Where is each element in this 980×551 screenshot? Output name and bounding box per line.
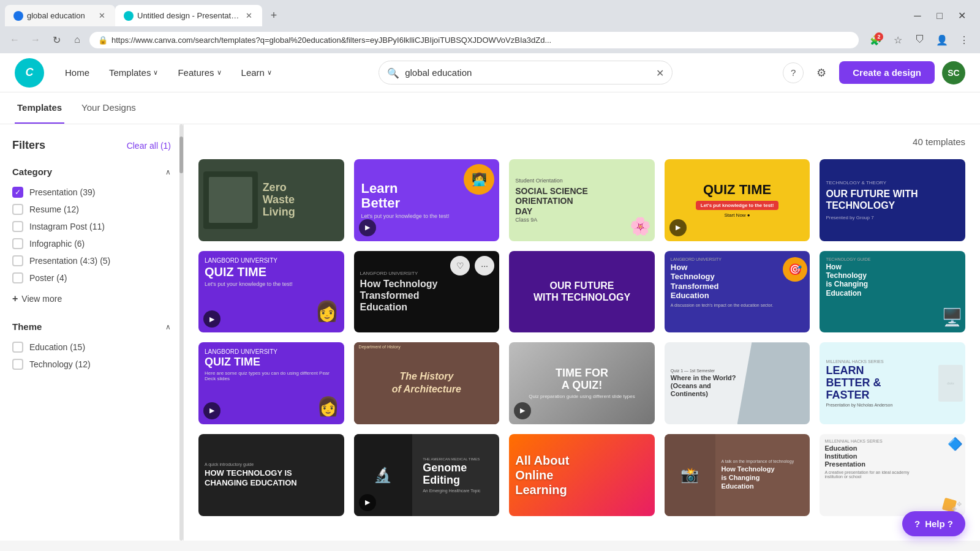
minimize-button[interactable]: ─ <box>909 7 926 24</box>
template-card-17[interactable]: 🔬 The American Medical Times GenomeEditi… <box>354 434 500 516</box>
browser-tab-2[interactable]: Untitled design - Presentation (1 ✕ <box>115 5 262 26</box>
checkbox-resume[interactable] <box>12 204 23 215</box>
card-4-heart[interactable]: ♡ <box>761 164 780 184</box>
card-15-more[interactable]: ··· <box>941 347 960 367</box>
card-2-heart[interactable]: ♡ <box>450 164 470 184</box>
template-card-4[interactable]: QUIZ TIME Let's put knowledge to the tes… <box>665 159 810 241</box>
filter-item-technology[interactable]: Technology (12) <box>12 359 171 370</box>
template-card-8[interactable]: OUR FUTUREWITH TECHNOLOGY ♡ ··· <box>509 251 655 333</box>
card-17-more[interactable]: ··· <box>475 439 494 459</box>
filter-item-resume[interactable]: Resume (12) <box>12 204 171 215</box>
card-2-more[interactable]: ··· <box>475 164 494 184</box>
card-19-more[interactable]: ··· <box>785 439 805 459</box>
refresh-button[interactable]: ↻ <box>48 31 65 48</box>
filter-item-presentation-43[interactable]: Presentation (4:3) (5) <box>12 255 171 266</box>
card-1-heart[interactable]: ♡ <box>295 164 315 184</box>
card-10-heart[interactable]: ♡ <box>916 256 936 276</box>
star-button[interactable]: ☆ <box>888 30 908 50</box>
profile-button[interactable]: 👤 <box>932 30 952 50</box>
close-button[interactable]: ✕ <box>953 7 970 24</box>
card-16-more[interactable]: ··· <box>320 439 339 459</box>
help-float-button[interactable]: ? Help ? <box>902 511 965 536</box>
card-5-heart[interactable]: ♡ <box>916 164 936 184</box>
home-button[interactable]: ⌂ <box>69 31 86 48</box>
tab-templates[interactable]: Templates <box>15 92 64 124</box>
card-9-more[interactable]: ··· <box>785 256 805 276</box>
canva-logo[interactable]: C <box>15 58 44 88</box>
bookmark-button[interactable]: ⛉ <box>910 30 930 50</box>
tab-2-close[interactable]: ✕ <box>244 10 254 21</box>
card-14-heart[interactable]: ♡ <box>761 347 780 367</box>
filter-item-poster[interactable]: Poster (4) <box>12 272 171 283</box>
theme-section-header[interactable]: Theme ∧ <box>12 319 171 334</box>
card-18-heart[interactable]: ♡ <box>606 439 625 459</box>
card-10-more[interactable]: ··· <box>941 256 960 276</box>
sidebar-scrollbar[interactable] <box>179 124 183 541</box>
search-clear-icon[interactable]: ✕ <box>656 67 664 78</box>
settings-button[interactable]: ⚙ <box>811 62 832 83</box>
template-card-7[interactable]: LANGFORD UNIVERSITY How TechnologyTransf… <box>354 251 500 333</box>
tab-1-close[interactable]: ✕ <box>97 10 107 21</box>
extensions-button[interactable]: 🧩 2 <box>866 30 886 50</box>
card-5-more[interactable]: ··· <box>941 164 960 184</box>
checkbox-instagram[interactable] <box>12 221 23 232</box>
template-card-3[interactable]: Student Orientation Social ScienceOrient… <box>509 159 655 241</box>
card-11-heart[interactable]: ♡ <box>295 347 315 367</box>
card-8-heart[interactable]: ♡ <box>606 256 625 276</box>
filter-item-instagram[interactable]: Instagram Post (11) <box>12 221 171 232</box>
checkbox-poster[interactable] <box>12 272 23 283</box>
checkbox-presentation[interactable] <box>12 187 23 198</box>
user-avatar[interactable]: SC <box>942 61 965 84</box>
template-card-1[interactable]: ZeroWasteLiving ♡ ··· <box>198 159 344 241</box>
template-card-9[interactable]: LANGBORD UNIVERSITY HowTechnologyTransfo… <box>665 251 810 333</box>
template-card-13[interactable]: TIME FORA QUIZ! Quiz preparation guide u… <box>509 342 655 424</box>
forward-button[interactable]: → <box>27 31 44 48</box>
card-7-more[interactable]: ··· <box>475 256 494 276</box>
search-input[interactable] <box>379 61 673 84</box>
view-more-button[interactable]: + View more <box>12 290 171 304</box>
card-7-heart[interactable]: ♡ <box>450 256 470 276</box>
template-card-19[interactable]: 📸 A talk on the importance of technology… <box>665 434 810 516</box>
back-button[interactable]: ← <box>6 31 23 48</box>
address-bar[interactable]: 🔒 https://www.canva.com/search/templates… <box>89 32 859 48</box>
card-13-more[interactable]: ··· <box>630 347 650 367</box>
browser-tab-1[interactable]: global education ✕ <box>5 5 115 26</box>
card-1-more[interactable]: ··· <box>320 164 339 184</box>
card-6-heart[interactable]: ♡ <box>295 256 315 276</box>
template-card-20[interactable]: Millennial Hacks Series EducationInstitu… <box>820 434 965 516</box>
card-19-heart[interactable]: ♡ <box>761 439 780 459</box>
checkbox-technology[interactable] <box>12 359 23 370</box>
filter-item-education[interactable]: Education (15) <box>12 342 171 353</box>
checkbox-presentation-43[interactable] <box>12 255 23 266</box>
card-4-more[interactable]: ··· <box>785 164 805 184</box>
clear-all-button[interactable]: Clear all (1) <box>127 141 171 151</box>
card-3-more[interactable]: ··· <box>630 164 650 184</box>
maximize-button[interactable]: □ <box>931 7 948 24</box>
card-16-heart[interactable]: ♡ <box>295 439 315 459</box>
checkbox-infographic[interactable] <box>12 238 23 249</box>
help-button[interactable]: ? <box>783 62 804 83</box>
nav-home[interactable]: Home <box>56 62 98 83</box>
template-card-2[interactable]: LearnBetter Let's put your knowledge to … <box>354 159 500 241</box>
card-8-more[interactable]: ··· <box>630 256 650 276</box>
card-12-heart[interactable]: ♡ <box>450 347 470 367</box>
card-11-more[interactable]: ··· <box>320 347 339 367</box>
card-12-more[interactable]: ··· <box>475 347 494 367</box>
template-card-18[interactable]: All AboutOnlineLearning ♡ ··· <box>509 434 655 516</box>
new-tab-button[interactable]: + <box>265 7 283 25</box>
template-card-16[interactable]: A quick introductory guide HOW TECHNOLOG… <box>198 434 344 516</box>
template-card-10[interactable]: TECHNOLOGY GUIDE HowTechnologyis Changin… <box>820 251 965 333</box>
template-card-14[interactable]: Quiz 1 — 1st Semester Where in the World… <box>665 342 810 424</box>
template-card-12[interactable]: Department of History The Historyof Arch… <box>354 342 500 424</box>
nav-templates[interactable]: Templates ∨ <box>100 62 167 83</box>
nav-features[interactable]: Features ∨ <box>169 62 230 83</box>
template-card-11[interactable]: LANGBORD UNIVERSITY QUIZ TIME Here are s… <box>198 342 344 424</box>
card-6-more[interactable]: ··· <box>320 256 339 276</box>
card-9-heart[interactable]: ♡ <box>761 256 780 276</box>
create-design-button[interactable]: Create a design <box>839 61 935 84</box>
card-18-more[interactable]: ··· <box>630 439 650 459</box>
nav-learn[interactable]: Learn ∨ <box>233 62 281 83</box>
checkbox-education[interactable] <box>12 342 23 353</box>
card-17-heart[interactable]: ♡ <box>450 439 470 459</box>
tab-your-designs[interactable]: Your Designs <box>79 92 138 124</box>
